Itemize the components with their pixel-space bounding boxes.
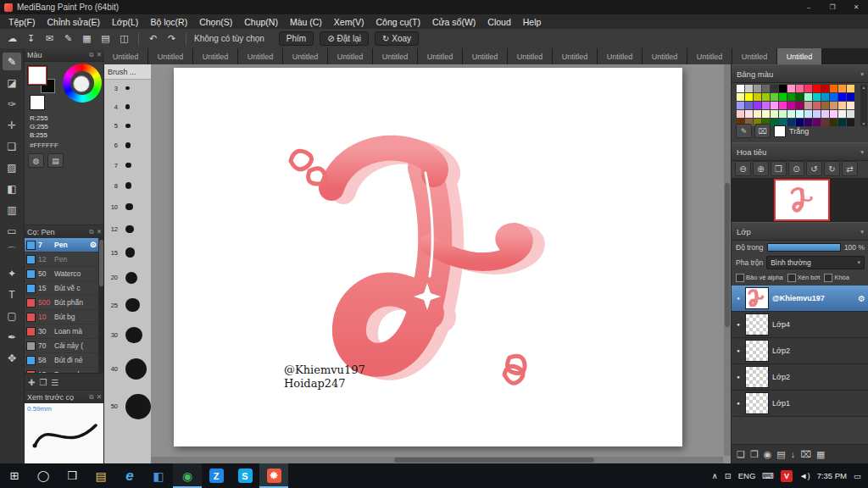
navigator-view[interactable] [732,178,868,222]
palette-swatch[interactable] [745,85,753,92]
document-tab-7[interactable]: Untitled [373,48,418,64]
document-tab-13[interactable]: Untitled [643,48,687,64]
camera-icon[interactable]: ◉ [764,449,772,460]
document-tab-14[interactable]: Untitled [687,48,732,64]
slider-mode-icon[interactable]: ▤ [47,153,64,168]
lasso-tool[interactable]: ⌒ [3,243,21,261]
layer-item-4[interactable]: ●Lớp2 [732,364,868,391]
brush-icon[interactable]: ✎ [60,31,76,46]
menu-item-5[interactable]: Chọn(S) [193,17,238,27]
brush-size-5[interactable]: 5 [104,116,152,136]
layers-panel-header[interactable]: Lớp ▾ [732,222,868,241]
brush-size-10[interactable]: 10 [104,196,152,218]
color-panel-header[interactable]: Màu ⧉ ✕ [25,48,104,62]
layer-option-checkbox-2[interactable]: Xén bớt [787,274,821,282]
palette-swatch[interactable] [745,93,753,101]
palette-swatch[interactable] [804,85,812,92]
palette-swatch[interactable] [830,110,837,118]
eyedropper-tool[interactable]: ✒ [3,328,21,346]
search-button[interactable]: ◯ [29,463,58,488]
brush-size-3[interactable]: 3 [104,79,152,97]
brush-preview-header[interactable]: Xem trước cọ ⧉ ✕ [25,391,104,404]
palette-swatch[interactable] [847,110,854,118]
menu-item-11[interactable]: Cloud [481,17,516,27]
palette-swatch[interactable] [847,102,854,109]
fill-tool[interactable]: ▨ [3,158,21,176]
keys-button[interactable]: Phím [279,31,314,46]
menu-item-6[interactable]: Chụp(N) [238,17,284,27]
taskbar-chrome-browser[interactable]: ◉ [173,463,202,488]
palette-swatch[interactable] [779,110,787,118]
palette-swatch[interactable] [762,85,770,92]
layer-settings-icon[interactable]: ⚙ [858,294,865,303]
layer-item-5[interactable]: ●Lớp1 [732,391,868,417]
palette-swatch[interactable] [847,93,854,101]
layer-menu-icon[interactable]: ▦ [816,449,825,460]
palette-swatch[interactable] [754,102,761,109]
gradient-tool[interactable]: ▥ [3,201,21,219]
scroll-up-icon[interactable]: ▲ [862,85,866,90]
start-button[interactable]: ⊞ [0,463,29,488]
palette-swatch[interactable] [821,110,829,118]
brush-item-9[interactable]: 58Bút đi né [25,353,98,368]
wand-tool[interactable]: ✦ [3,264,21,282]
menu-item-8[interactable]: Xem(V) [328,17,370,27]
palette-swatch[interactable] [821,85,829,92]
reset-button[interactable]: ⊘ Đặt lại [320,31,369,46]
layer-item-3[interactable]: ●Lớp2 [732,338,868,364]
foreground-background-colors[interactable] [28,66,55,93]
palette-swatch[interactable] [779,85,787,92]
clock[interactable]: 7:35 PM [817,471,847,480]
palette-swatch[interactable] [838,110,846,118]
palette-swatch[interactable] [754,110,761,118]
blend-mode-select[interactable]: Bình thường ▾ [766,256,865,269]
palette-panel-header[interactable]: Bảng màu ▾ [732,64,868,83]
close-button[interactable]: ✕ [844,0,868,14]
undo-button[interactable]: ↶ [145,31,161,46]
taskbar-edge-browser[interactable]: e [115,463,144,488]
layer-option-checkbox-3[interactable]: Khóa [824,274,849,282]
hidden-icons-chevron[interactable]: ∧ [712,471,718,480]
collapse-icon[interactable]: ▾ [860,148,864,156]
brush-size-7[interactable]: 7 [104,155,152,175]
popout-icon[interactable]: ⧉ [89,228,93,236]
task-view-button[interactable]: ❒ [58,463,86,488]
document-tab-12[interactable]: Untitled [598,48,643,64]
palette-swatch[interactable] [813,110,821,118]
menu-item-7[interactable]: Màu (C) [284,17,328,27]
brush-size-20[interactable]: 20 [104,264,152,291]
brush-item-3[interactable]: 50Waterco [25,267,98,281]
document-tab-15[interactable]: Untitled [732,48,777,64]
document-tab-9[interactable]: Untitled [463,48,508,64]
brush-panel-header[interactable]: Cọ: Pen ⧉ ✕ [25,225,104,239]
menu-item-4[interactable]: Bộ lọc(R) [144,17,193,27]
palette-delete-icon[interactable]: ⌧ [754,124,771,138]
layer-visibility-icon[interactable]: ● [735,296,742,301]
shape-tool[interactable]: ▢ [3,307,21,324]
fit-window-icon[interactable]: ❒ [771,161,787,176]
palette-swatch[interactable] [787,85,795,92]
brush-size-50[interactable]: 50 [104,386,152,426]
palette-edit-icon[interactable]: ✎ [736,124,752,138]
palette-swatch[interactable] [821,93,829,101]
layer-item-2[interactable]: ●Lớp4 [732,312,868,338]
palette-swatch[interactable] [771,102,778,109]
taskbar-skype-app[interactable]: S [231,463,259,488]
palette-swatch[interactable] [762,93,770,101]
new-layer-icon[interactable]: ❏ [737,449,745,460]
zoom-in-icon[interactable]: ⊕ [753,161,769,176]
palette-swatch[interactable] [796,102,804,109]
rotate-left-icon[interactable]: ↺ [806,161,822,176]
network-icon[interactable]: ⊡ [725,471,732,480]
document-tab-16[interactable]: Untitled [777,48,822,64]
canvas-h-scrollbar[interactable] [151,457,723,463]
material-icon[interactable]: ▤ [97,31,114,46]
palette-swatch[interactable] [838,102,846,109]
delete-layer-icon[interactable]: ⌧ [800,449,811,460]
canvas-v-scrollbar[interactable] [724,64,731,456]
transform-tool[interactable]: ❑ [3,137,21,155]
palette-swatch[interactable] [838,85,846,92]
menu-item-1[interactable]: Tệp(F) [3,17,42,27]
menu-item-2[interactable]: Chỉnh sửa(E) [42,17,106,27]
menu-item-12[interactable]: Help [517,17,548,27]
